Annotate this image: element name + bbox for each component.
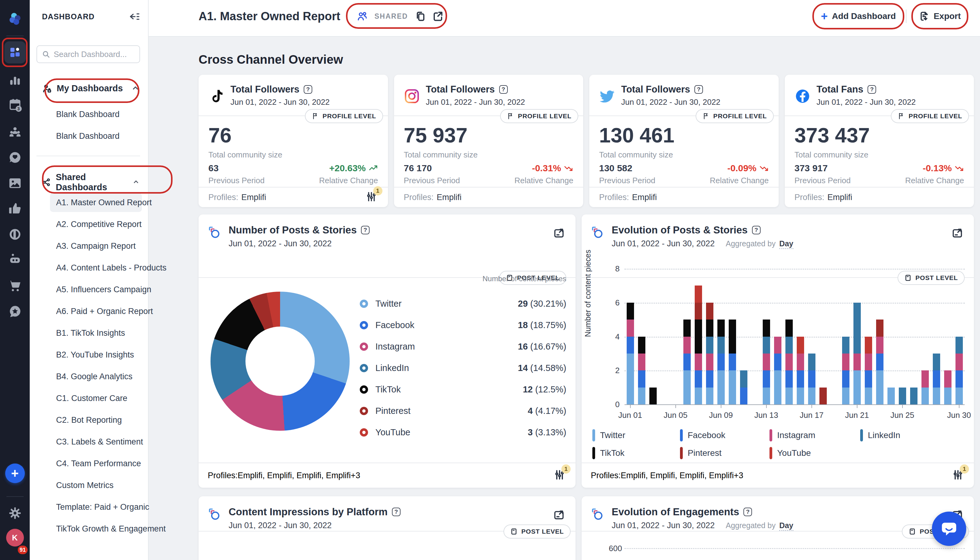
- emplifi-logo-icon[interactable]: [8, 11, 22, 26]
- help-icon[interactable]: ?: [752, 226, 761, 234]
- sidebar-item-c3-labels-sentiment[interactable]: C3. Labels & Sentiment: [50, 432, 142, 451]
- legend-item-linkedin[interactable]: LinkedIn: [860, 427, 949, 444]
- sidebar-item-tiktok-growth-engagement[interactable]: TikTok Growth & Engagement: [50, 519, 142, 538]
- add-button-fab[interactable]: +: [5, 463, 25, 483]
- search-dashboard-field[interactable]: [37, 45, 140, 63]
- legend-value: 29 (30.21%): [518, 299, 566, 309]
- bar-jun-29: [942, 370, 953, 404]
- help-icon[interactable]: ?: [392, 508, 400, 516]
- aggregated-by-value[interactable]: Day: [779, 239, 793, 249]
- sidebar-item-a4-content-labels-products[interactable]: A4. Content Labels - Products: [50, 258, 142, 277]
- help-icon[interactable]: ?: [743, 508, 752, 516]
- add-dashboard-button[interactable]: + Add Dashboard: [815, 4, 902, 28]
- sidebar-item-a1-master-owned-report[interactable]: A1. Master Owned Report: [50, 193, 142, 212]
- legend-item-linkedin[interactable]: LinkedIn14 (14.58%): [360, 357, 566, 378]
- sidebar-item-a2-competitive-report[interactable]: A2. Competitive Report: [50, 215, 142, 234]
- shared-people-icon: [357, 11, 368, 22]
- help-icon[interactable]: ?: [304, 85, 312, 94]
- sidebar-item-custom-metrics[interactable]: Custom Metrics: [50, 476, 142, 495]
- engagement-thumb-icon[interactable]: [8, 201, 22, 216]
- help-icon[interactable]: ?: [361, 226, 370, 234]
- bot-icon[interactable]: [8, 252, 22, 267]
- legend-item-tiktok[interactable]: TikTok: [592, 444, 680, 462]
- bar-jun-03: [647, 388, 658, 404]
- chevron-up-icon[interactable]: [132, 178, 140, 187]
- aggregated-by-value[interactable]: Day: [779, 521, 793, 531]
- copy-icon[interactable]: [415, 11, 426, 22]
- calendar-icon[interactable]: 3: [8, 98, 22, 112]
- legend-item-facebook[interactable]: Facebook: [680, 427, 770, 444]
- bar-segment-facebook: [638, 370, 645, 387]
- my-dashboards-header[interactable]: My Dashboards: [42, 83, 140, 93]
- sidebar-item-dashboards[interactable]: [4, 42, 26, 63]
- bar-segment-pinterest: [876, 320, 883, 337]
- profiles-more-link[interactable]: +3: [351, 471, 360, 480]
- relative-change-value: -0.13%: [923, 163, 964, 173]
- analytics-icon[interactable]: [8, 73, 22, 87]
- commerce-cart-icon[interactable]: [8, 278, 22, 293]
- settings-gear-icon[interactable]: [8, 506, 22, 520]
- listening-icon[interactable]: [8, 227, 22, 242]
- user-avatar[interactable]: K: [6, 529, 24, 547]
- sidebar-item-a5-influencers-campaign[interactable]: A5. Influencers Campaign: [50, 280, 142, 299]
- expand-icon[interactable]: [553, 227, 565, 239]
- bar-segment-facebook: [763, 370, 770, 387]
- section-title: Cross Channel Overview: [198, 53, 343, 67]
- kpi-value: 373 437: [795, 123, 870, 147]
- shared-dashboards-header[interactable]: Shared Dashboards: [42, 172, 140, 192]
- bar-segment-twitter: [944, 388, 952, 404]
- collapse-sidebar-icon[interactable]: [128, 10, 140, 23]
- sidebar-item-blank-dashboard[interactable]: Blank Dashboard: [50, 127, 142, 145]
- legend-item-instagram[interactable]: Instagram: [770, 427, 860, 444]
- legend-item-twitter[interactable]: Twitter: [592, 427, 680, 444]
- legend-item-pinterest[interactable]: Pinterest: [680, 444, 770, 462]
- sidebar-item-b2-youtube-insights[interactable]: B2. YouTube Insights: [50, 345, 142, 364]
- chevron-up-icon[interactable]: [131, 84, 140, 93]
- content-icon[interactable]: [8, 176, 22, 190]
- community-icon[interactable]: [8, 124, 22, 139]
- legend-swatch: [860, 429, 863, 442]
- care-icon[interactable]: [8, 150, 22, 165]
- ratings-icon[interactable]: [8, 304, 22, 318]
- sidebar-item-a6-paid-organic-report[interactable]: A6. Paid + Organic Report: [50, 302, 142, 321]
- rail-divider: [7, 496, 23, 497]
- content-impressions-card: Content Impressions by Platform? Jun 01,…: [198, 496, 575, 560]
- sidebar-item-b4-google-analytics[interactable]: B4. Google Analytics: [50, 367, 142, 386]
- legend-item-instagram[interactable]: Instagram16 (16.67%): [360, 336, 566, 357]
- help-icon[interactable]: ?: [694, 85, 703, 94]
- filters-control[interactable]: 1: [952, 469, 965, 482]
- expand-icon[interactable]: [951, 227, 963, 239]
- bar-jun-26: [908, 388, 919, 404]
- sidebar-item-c2-bot-reporting[interactable]: C2. Bot Reporting: [50, 410, 142, 430]
- x-tick: [766, 404, 767, 408]
- legend-value: 3 (3.13%): [528, 427, 566, 437]
- help-icon[interactable]: ?: [868, 85, 876, 94]
- legend-item-tiktok[interactable]: TikTok12 (12.5%): [360, 378, 566, 400]
- sidebar-item-template-paid-organic[interactable]: Template: Paid + Organic: [50, 498, 142, 517]
- filters-control[interactable]: 1: [554, 469, 566, 482]
- legend-item-facebook[interactable]: Facebook18 (18.75%): [360, 314, 566, 336]
- open-external-icon[interactable]: [432, 11, 443, 22]
- legend-item-youtube[interactable]: YouTube: [770, 444, 860, 462]
- legend-dot: [360, 342, 368, 351]
- export-button[interactable]: Export: [914, 4, 966, 28]
- legend-item-pinterest[interactable]: Pinterest4 (4.17%): [360, 400, 566, 422]
- legend-item-twitter[interactable]: Twitter29 (30.21%): [360, 293, 566, 314]
- x-tick: [902, 404, 903, 408]
- sidebar-item-c1-customer-care[interactable]: C1. Customer Care: [50, 389, 142, 408]
- chat-support-button[interactable]: [932, 512, 966, 546]
- legend-item-youtube[interactable]: YouTube3 (3.13%): [360, 422, 566, 443]
- search-input[interactable]: [53, 50, 135, 59]
- help-icon[interactable]: ?: [499, 85, 508, 94]
- kpi-footer: Profiles: Emplifi: [394, 187, 583, 207]
- sidebar-item-blank-dashboard[interactable]: Blank Dashboard: [50, 105, 142, 124]
- expand-icon[interactable]: [553, 508, 565, 521]
- sidebar-item-a3-campaign-report[interactable]: A3. Campaign Report: [50, 237, 142, 255]
- profiles-more-link[interactable]: +3: [734, 471, 743, 480]
- bar-segment-twitter: [865, 388, 872, 404]
- sidebar-item-c4-team-performance[interactable]: C4. Team Performance: [50, 454, 142, 473]
- bar-segment-linkedin: [740, 370, 747, 387]
- kpi-value-label: Total community size: [599, 150, 673, 160]
- sidebar-item-b1-tiktok-insights[interactable]: B1. TikTok Insights: [50, 323, 142, 342]
- filters-control[interactable]: 1: [366, 191, 378, 203]
